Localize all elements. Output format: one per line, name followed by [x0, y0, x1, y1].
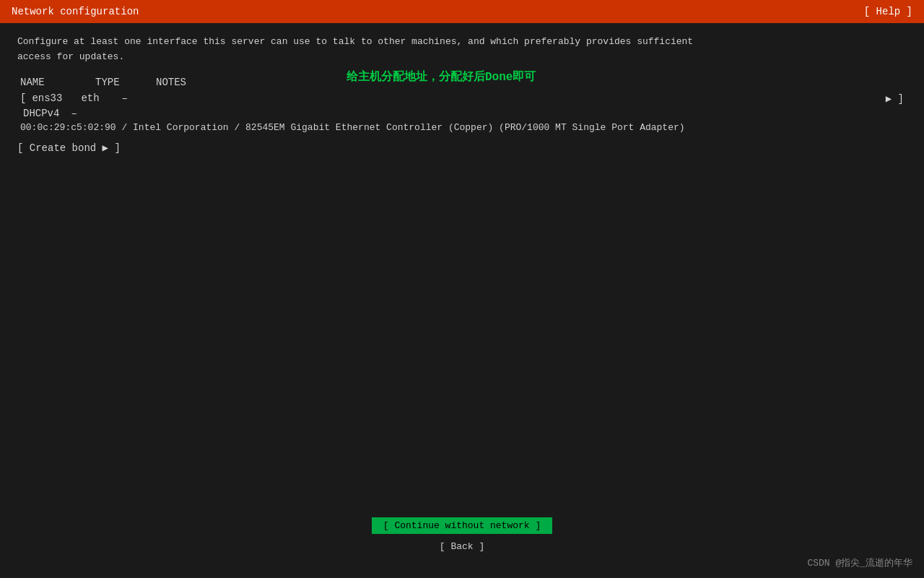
- header-help[interactable]: [ Help ]: [864, 6, 912, 17]
- back-button[interactable]: [ Back ]: [383, 538, 541, 555]
- watermark: CSDN @指尖_流逝的年华: [807, 556, 912, 569]
- bottom-buttons: [ Continue without network ] [ Back ]: [0, 517, 924, 555]
- row-bracket-left: [: [20, 92, 26, 104]
- col-notes-header: NOTES: [156, 77, 214, 88]
- table-row-ens33[interactable]: [ ens33 eth – ▶ ]: [17, 91, 907, 106]
- dhcpv4-label: DHCPv4: [23, 108, 59, 119]
- annotation-text: 给主机分配地址，分配好后Done即可: [346, 69, 536, 85]
- create-bond-row[interactable]: [ Create bond ▶ ]: [17, 142, 907, 154]
- main-content: Configure at least one interface this se…: [0, 23, 924, 165]
- iface-notes: –: [121, 92, 165, 104]
- iface-type: eth: [81, 92, 116, 104]
- col-type-header: TYPE: [95, 77, 139, 88]
- iface-name: ens33: [32, 92, 75, 104]
- header-title: Network configuration: [12, 6, 139, 17]
- header-bar: Network configuration [ Help ]: [0, 0, 924, 23]
- create-bond-label[interactable]: [ Create bond ▶ ]: [17, 142, 121, 154]
- row-arrow-icon: ▶ ]: [886, 92, 904, 105]
- dhcpv4-row: DHCPv4 –: [17, 108, 907, 119]
- description-text: Configure at least one interface this se…: [17, 35, 710, 65]
- device-info-row: 00:0c:29:c5:02:90 / Intel Corporation / …: [17, 122, 907, 133]
- col-name-header: NAME: [20, 77, 78, 88]
- dhcpv4-value: –: [71, 108, 77, 119]
- network-table: NAME TYPE NOTES [ ens33 eth – ▶ ] DHCPv4…: [17, 77, 907, 133]
- continue-without-network-button[interactable]: [ Continue without network ]: [372, 517, 552, 534]
